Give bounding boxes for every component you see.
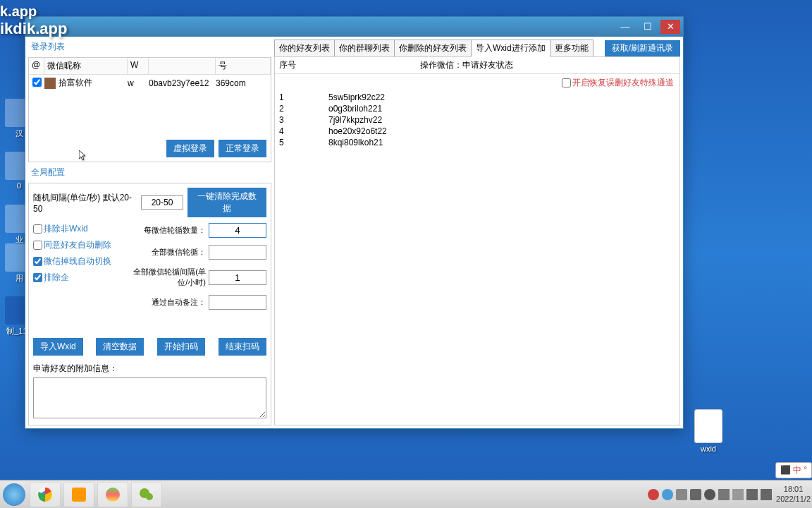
friend-note-label: 申请好友的附加信息： bbox=[33, 363, 266, 375]
col-num: 号 bbox=[216, 58, 271, 74]
exclude-qi-checkbox[interactable]: 排除企 bbox=[33, 272, 125, 284]
close-button[interactable]: ✕ bbox=[660, 20, 680, 34]
tray-icon[interactable] bbox=[662, 489, 673, 500]
tray-icon[interactable] bbox=[704, 489, 715, 500]
col-status: 操作微信：申请好友状态 bbox=[420, 59, 675, 71]
global-config-title: 全局配置 bbox=[28, 165, 271, 180]
main-window: — ☐ ✕ 登录列表 @ 微信昵称 W 号 拾富软件 w 0bavb23y7 bbox=[25, 16, 684, 429]
data-row[interactable]: 2o0g3briloh221 bbox=[275, 103, 679, 114]
tab-more[interactable]: 更多功能 bbox=[550, 40, 593, 57]
tab-import-wxid[interactable]: 导入Wxid进行添加 bbox=[471, 40, 550, 57]
normal-login-button[interactable]: 正常登录 bbox=[219, 140, 266, 157]
login-list-title: 登录列表 bbox=[28, 40, 271, 54]
all-wx-interval-label: 全部微信轮循间隔(单位/小时) bbox=[132, 267, 206, 288]
clock[interactable]: 18:01 2022/11/2 bbox=[776, 485, 811, 503]
end-scan-button[interactable]: 结束扫码 bbox=[219, 338, 266, 356]
minimize-button[interactable]: — bbox=[615, 20, 635, 34]
import-wxid-button[interactable]: 导入Wxid bbox=[33, 338, 83, 356]
col-nickname: 微信昵称 bbox=[44, 58, 128, 74]
login-list: @ 微信昵称 W 号 拾富软件 w 0bavb23y7ee12 369com 虚… bbox=[28, 57, 271, 162]
account-icon bbox=[44, 78, 56, 89]
all-wx-loop-label: 全部微信轮循： bbox=[132, 247, 206, 258]
system-tray: 18:01 2022/11/2 bbox=[648, 485, 812, 503]
data-row[interactable]: 58kqi809lkoh21 bbox=[275, 137, 679, 148]
taskbar-app2[interactable] bbox=[63, 482, 94, 507]
desktop-file-wxid[interactable]: wxid bbox=[691, 409, 726, 453]
per-wx-loop-label: 每微信轮循数量： bbox=[132, 225, 206, 236]
special-channel-checkbox[interactable] bbox=[562, 78, 571, 87]
login-row-checkbox[interactable] bbox=[32, 78, 42, 87]
data-row[interactable]: 15sw5iprk92c22 bbox=[275, 92, 679, 103]
interval-label: 随机间隔(单位/秒) 默认20-50 bbox=[33, 192, 137, 214]
special-channel-label: 开启恢复误删好友特殊通道 bbox=[572, 77, 674, 89]
taskbar-app3[interactable] bbox=[97, 482, 128, 507]
interval-input[interactable] bbox=[141, 195, 183, 210]
tray-icon[interactable] bbox=[676, 489, 687, 500]
maximize-button[interactable]: ☐ bbox=[638, 20, 658, 34]
col-seq: 序号 bbox=[279, 59, 420, 71]
all-wx-loop-input[interactable] bbox=[209, 245, 266, 260]
tab-deleted[interactable]: 你删除的好友列表 bbox=[394, 40, 472, 57]
taskbar: 18:01 2022/11/2 bbox=[0, 480, 812, 508]
col-at: @ bbox=[29, 58, 44, 74]
auto-remark-input[interactable] bbox=[209, 295, 266, 310]
per-wx-loop-input[interactable] bbox=[209, 223, 266, 238]
tabs: 你的好友列表 你的群聊列表 你删除的好友列表 导入Wxid进行添加 更多功能 获… bbox=[274, 40, 680, 57]
auto-remark-label: 通过自动备注： bbox=[132, 297, 206, 308]
titlebar: — ☐ ✕ bbox=[25, 17, 683, 37]
login-row[interactable]: 拾富软件 w 0bavb23y7ee12 369com bbox=[29, 75, 271, 91]
clear-data-button[interactable]: 清空数据 bbox=[96, 338, 144, 356]
all-wx-interval-input[interactable] bbox=[209, 270, 266, 285]
tray-icon[interactable] bbox=[732, 489, 744, 500]
col-blank bbox=[149, 58, 216, 74]
config-area: 随机间隔(单位/秒) 默认20-50 一键清除完成数据 排除非Wxid 同意好友… bbox=[28, 183, 271, 425]
data-row[interactable]: 37j9l7kkpzhv22 bbox=[275, 114, 679, 126]
start-scan-button[interactable]: 开始扫码 bbox=[157, 338, 205, 356]
taskbar-chrome[interactable] bbox=[30, 482, 61, 507]
auto-switch-checkbox[interactable]: 微信掉线自动切换 bbox=[33, 255, 125, 267]
start-button[interactable] bbox=[0, 480, 28, 509]
tab-groups[interactable]: 你的群聊列表 bbox=[334, 40, 395, 57]
tray-volume-icon[interactable] bbox=[761, 489, 772, 500]
refresh-contacts-button[interactable]: 获取/刷新通讯录 bbox=[605, 40, 680, 56]
tray-icon[interactable] bbox=[718, 489, 730, 500]
col-w: W bbox=[128, 58, 149, 74]
tray-icon[interactable] bbox=[690, 489, 701, 500]
auto-delete-checkbox[interactable]: 同意好友自动删除 bbox=[33, 239, 125, 251]
exclude-wxid-checkbox[interactable]: 排除非Wxid bbox=[33, 223, 125, 235]
svg-point-3 bbox=[146, 493, 153, 500]
tray-network-icon[interactable] bbox=[746, 489, 758, 500]
data-area: 序号 操作微信：申请好友状态 开启恢复误删好友特殊通道 15sw5iprk92c… bbox=[274, 56, 680, 425]
tab-friends[interactable]: 你的好友列表 bbox=[274, 40, 335, 57]
ime-badge[interactable]: ⬛ 中 ° bbox=[775, 462, 812, 478]
friend-note-textarea[interactable] bbox=[33, 377, 266, 418]
data-row[interactable]: 4hoe20x92o6t22 bbox=[275, 126, 679, 137]
tray-icon[interactable] bbox=[648, 489, 659, 500]
virtual-login-button[interactable]: 虚拟登录 bbox=[166, 140, 214, 157]
taskbar-wechat[interactable] bbox=[131, 482, 162, 507]
watermark: k.app ikdik.app bbox=[0, 4, 67, 38]
clear-done-button[interactable]: 一键清除完成数据 bbox=[187, 188, 266, 217]
cursor-icon bbox=[79, 150, 87, 162]
